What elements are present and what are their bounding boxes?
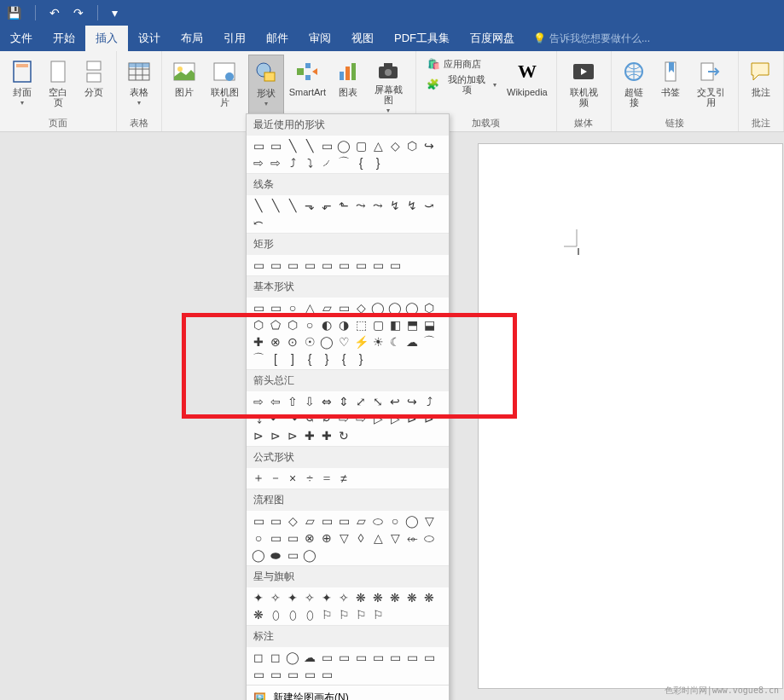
shape-option[interactable]: } (318, 350, 335, 367)
save-button[interactable]: 💾 (7, 6, 21, 20)
comment-button[interactable]: 批注 (744, 55, 778, 116)
shape-option[interactable]: － (267, 470, 284, 487)
shape-option[interactable]: ▱ (352, 512, 369, 529)
shape-option[interactable]: ❋ (386, 589, 404, 606)
shape-option[interactable]: ▽ (335, 529, 352, 547)
tab-pdf[interactable]: PDF工具集 (384, 26, 460, 51)
shape-option[interactable]: ⇨ (250, 154, 267, 171)
tab-view[interactable]: 视图 (341, 26, 384, 51)
shape-option[interactable]: ▭ (386, 257, 404, 274)
shape-option[interactable]: { (352, 154, 369, 171)
shape-option[interactable]: △ (301, 299, 318, 316)
shape-option[interactable]: ⌒ (250, 350, 267, 367)
shape-option[interactable]: ▭ (284, 257, 301, 274)
shape-option[interactable]: ◯ (318, 333, 335, 350)
page-break-button[interactable]: 分页 (77, 55, 111, 116)
shapes-button[interactable]: 形状 ▾ (248, 55, 284, 116)
shape-option[interactable]: ✦ (250, 589, 267, 606)
shape-option[interactable]: ◑ (335, 316, 352, 333)
document-page[interactable] (478, 143, 783, 689)
shape-option[interactable]: ✦ (318, 589, 335, 606)
shape-option[interactable]: ╲ (284, 197, 301, 214)
shape-option[interactable]: ▭ (284, 529, 301, 547)
shape-option[interactable]: ▭ (318, 137, 335, 154)
shape-option[interactable]: ⊕ (318, 529, 335, 547)
shape-option[interactable]: ▷ (369, 410, 386, 427)
shape-option[interactable]: ☁ (404, 333, 421, 350)
shape-option[interactable]: ▭ (267, 512, 284, 529)
shape-option[interactable]: ◯ (386, 299, 404, 316)
shape-option[interactable]: ⤵ (250, 410, 267, 427)
shape-option[interactable]: ❋ (421, 589, 438, 606)
shape-option[interactable]: ◇ (386, 137, 404, 154)
shape-option[interactable]: ⌒ (335, 154, 352, 171)
shape-option[interactable]: ↶ (267, 410, 284, 427)
shape-option[interactable]: ▭ (284, 547, 301, 564)
shape-option[interactable]: ╲ (267, 197, 284, 214)
shape-option[interactable]: ○ (386, 512, 404, 529)
shape-option[interactable]: ⬭ (369, 512, 386, 529)
shape-option[interactable]: ⤴ (284, 154, 301, 171)
smartart-button[interactable]: SmartArt (286, 55, 329, 116)
shape-option[interactable]: ▭ (250, 666, 267, 683)
wikipedia-button[interactable]: W Wikipedia (503, 55, 550, 116)
shape-option[interactable]: ⚐ (318, 606, 335, 623)
blank-page-button[interactable]: 空白页 (41, 55, 76, 116)
shape-option[interactable]: ▭ (335, 512, 352, 529)
tab-insert[interactable]: 插入 (85, 26, 128, 51)
shape-option[interactable]: ◯ (301, 547, 318, 564)
shape-option[interactable]: ♡ (335, 333, 352, 350)
shape-option[interactable]: ⊙ (284, 333, 301, 350)
shape-option[interactable]: ⌒ (421, 333, 438, 350)
shape-option[interactable]: ▭ (301, 257, 318, 274)
shape-option[interactable]: ⬑ (335, 197, 352, 214)
shape-option[interactable]: ○ (250, 529, 267, 547)
shape-option[interactable]: ⬭ (421, 529, 438, 547)
shape-option[interactable]: ◇ (352, 299, 369, 316)
shape-option[interactable]: ⇕ (335, 393, 352, 410)
shape-option[interactable]: ⊳ (421, 410, 438, 427)
shape-option[interactable]: ↩ (386, 393, 404, 410)
shape-option[interactable]: ▭ (267, 529, 284, 547)
shape-option[interactable]: ⤳ (352, 197, 369, 214)
shape-option[interactable]: ⬯ (301, 606, 318, 623)
tab-baidu[interactable]: 百度网盘 (460, 26, 525, 51)
shape-option[interactable]: ▭ (267, 137, 284, 154)
shape-option[interactable]: ⤢ (352, 393, 369, 410)
shape-option[interactable]: ❋ (404, 589, 421, 606)
shape-option[interactable]: ◻ (250, 649, 267, 666)
shape-option[interactable]: ▭ (352, 649, 369, 666)
tab-references[interactable]: 引用 (213, 26, 256, 51)
shape-option[interactable]: ◯ (404, 299, 421, 316)
shape-option[interactable]: ↷ (284, 410, 301, 427)
undo-button[interactable]: ↶ (49, 6, 60, 20)
shape-option[interactable]: ↻ (335, 427, 352, 444)
shape-option[interactable]: [ (267, 350, 284, 367)
shape-option[interactable]: ⬯ (284, 606, 301, 623)
online-pictures-button[interactable]: 联机图片 (203, 55, 247, 116)
shape-option[interactable]: ▭ (267, 299, 284, 316)
shape-option[interactable]: ✚ (301, 427, 318, 444)
shape-option[interactable]: ⬒ (404, 316, 421, 333)
shape-option[interactable]: ▷ (386, 410, 404, 427)
shape-option[interactable]: ▭ (369, 257, 386, 274)
shape-option[interactable]: ☉ (301, 333, 318, 350)
shape-option[interactable]: ▭ (335, 649, 352, 666)
shape-option[interactable]: ○ (284, 299, 301, 316)
shape-option[interactable]: △ (369, 529, 386, 547)
tab-review[interactable]: 审阅 (299, 26, 341, 51)
shape-option[interactable]: ⚐ (335, 606, 352, 623)
shape-option[interactable]: ⬰ (404, 529, 421, 547)
shape-option[interactable]: { (301, 350, 318, 367)
shape-option[interactable]: ▽ (421, 512, 438, 529)
shape-option[interactable]: ⊗ (301, 529, 318, 547)
shape-option[interactable]: ▭ (250, 299, 267, 316)
shape-option[interactable]: ＝ (318, 470, 335, 487)
tab-mailings[interactable]: 邮件 (256, 26, 299, 51)
shape-option[interactable]: ☾ (386, 333, 404, 350)
tab-layout[interactable]: 布局 (171, 26, 213, 51)
table-button[interactable]: 表格 ▾ (122, 55, 156, 116)
shape-option[interactable]: ] (284, 350, 301, 367)
shape-option[interactable]: ○ (301, 316, 318, 333)
shape-option[interactable]: ✚ (250, 333, 267, 350)
